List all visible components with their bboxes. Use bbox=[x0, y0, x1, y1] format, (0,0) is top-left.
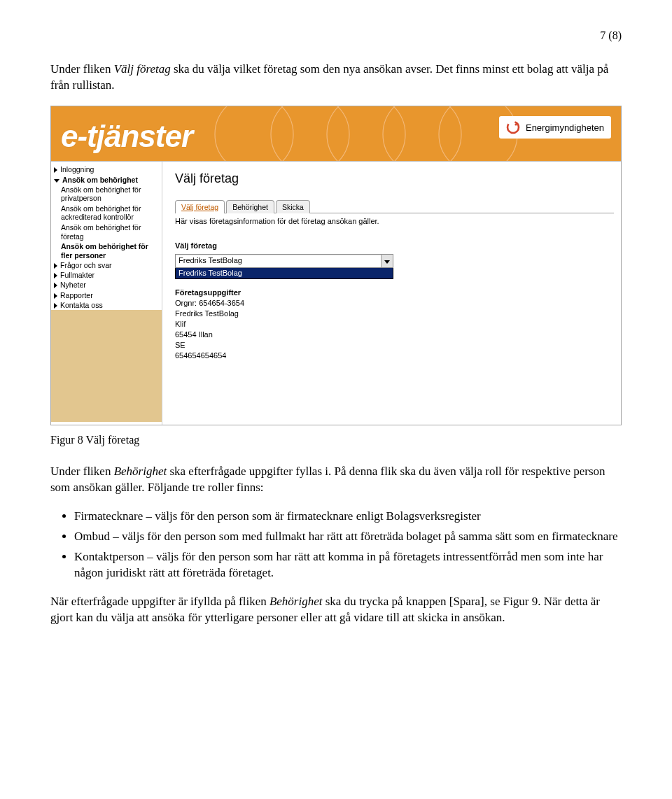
sidebar-item-inloggning[interactable]: Inloggning bbox=[51, 164, 162, 174]
paragraph-3: När efterfrågade uppgifter är ifyllda på… bbox=[50, 594, 622, 626]
company-select-option[interactable]: Fredriks TestBolag bbox=[176, 267, 393, 279]
tab-name-ref: Behörighet bbox=[114, 465, 167, 478]
svg-point-2 bbox=[327, 106, 405, 162]
decorative-circles bbox=[205, 106, 527, 162]
sidebar-item-label: Ansök om behörighet bbox=[62, 176, 138, 184]
sidebar-item-label: Fullmakter bbox=[60, 271, 94, 279]
list-item: Firmatecknare – väljs för den person som… bbox=[74, 509, 622, 525]
chevron-right-icon bbox=[54, 273, 57, 278]
chevron-right-icon bbox=[54, 303, 57, 309]
sidebar-item-label: Nyheter bbox=[60, 281, 86, 289]
tab-behorighet[interactable]: Behörighet bbox=[226, 200, 274, 213]
page-title: Välj företag bbox=[175, 170, 614, 187]
tab-row: Välj företag Behörighet Skicka bbox=[175, 200, 614, 213]
chevron-right-icon bbox=[54, 283, 57, 288]
chevron-right-icon bbox=[54, 293, 57, 299]
sidebar-item-label: Inloggning bbox=[60, 165, 94, 174]
sidebar-item-fullmakter[interactable]: Fullmakter bbox=[51, 270, 162, 280]
paragraph-2: Under fliken Behörighet ska efterfrågade… bbox=[50, 464, 622, 496]
text: Under fliken bbox=[50, 62, 114, 76]
app-header: e-tjänster Energimyndigheten bbox=[51, 106, 621, 162]
main-panel: Välj företag Välj företag Behörighet Ski… bbox=[162, 162, 621, 424]
page-number: 7 (8) bbox=[50, 28, 622, 43]
brand-swirl-icon bbox=[506, 120, 520, 134]
country: SE bbox=[175, 341, 186, 349]
sidebar-item-privatperson[interactable]: Ansök om behörighet för privatperson bbox=[51, 185, 162, 204]
tab-valj-foretag[interactable]: Välj företag bbox=[175, 200, 225, 213]
svg-point-3 bbox=[383, 106, 461, 162]
sidebar-item-fler-personer[interactable]: Ansök om behörighet för fler personer bbox=[51, 241, 162, 260]
app-wordmark: e-tjänster bbox=[61, 115, 192, 157]
tab-name-ref: Behörighet bbox=[270, 595, 323, 608]
brand-name: Energimyndigheten bbox=[526, 122, 604, 134]
sidebar-item-kontrollor[interactable]: Ansök om behörighet för ackrediterad kon… bbox=[51, 204, 162, 222]
tab-name-ref: Välj företag bbox=[114, 62, 171, 76]
svg-point-1 bbox=[271, 106, 349, 162]
sidebar-item-label: Ansök om behörighet för privatperson bbox=[61, 185, 158, 203]
sidebar-item-label: Ansök om behörighet för företag bbox=[61, 223, 158, 241]
roles-list: Firmatecknare – väljs för den person som… bbox=[50, 509, 622, 581]
sidebar-item-foretag[interactable]: Ansök om behörighet för företag bbox=[51, 222, 162, 241]
sidebar-item-label: Rapporter bbox=[60, 291, 93, 299]
phone: 654654654654 bbox=[175, 351, 226, 360]
dropdown-button[interactable] bbox=[381, 255, 393, 267]
tab-description: Här visas företagsinformation för det fö… bbox=[175, 216, 614, 227]
chevron-down-icon bbox=[54, 179, 59, 183]
company-select-label: Välj företag bbox=[175, 241, 614, 251]
sidebar-item-rapporter[interactable]: Rapporter bbox=[51, 290, 162, 300]
company-select[interactable]: Fredriks TestBolag bbox=[175, 254, 393, 268]
paragraph-1: Under fliken Välj företag ska du välja v… bbox=[50, 62, 622, 94]
figure-caption: Figur 8 Välj företag bbox=[50, 432, 622, 448]
text: När efterfrågade uppgifter är ifyllda på… bbox=[50, 595, 270, 608]
list-item: Kontaktperson – väljs för den person som… bbox=[74, 549, 622, 581]
sidebar-item-label: Kontakta oss bbox=[60, 301, 103, 309]
list-item: Ombud – väljs för den person som med ful… bbox=[74, 529, 622, 545]
chevron-right-icon bbox=[54, 167, 57, 173]
screenshot-figure: e-tjänster Energimyndigheten Inloggning … bbox=[50, 106, 622, 425]
sidebar: Inloggning Ansök om behörighet Ansök om … bbox=[51, 162, 162, 424]
orgnr-value: 654654-3654 bbox=[199, 299, 244, 307]
svg-point-5 bbox=[507, 122, 519, 133]
details-heading: Företagsuppgifter bbox=[175, 288, 241, 297]
orgnr-label: Orgnr: bbox=[175, 299, 199, 307]
svg-point-6 bbox=[514, 124, 517, 126]
company-name: Fredriks TestBolag bbox=[175, 309, 239, 318]
company-select-popup: Fredriks TestBolag bbox=[175, 267, 393, 280]
brand-badge: Energimyndigheten bbox=[499, 116, 611, 139]
svg-point-0 bbox=[215, 106, 293, 162]
sidebar-item-kontakta[interactable]: Kontakta oss bbox=[51, 300, 162, 310]
addr-line1: Klif bbox=[175, 320, 186, 328]
sidebar-spacer bbox=[51, 310, 162, 422]
sidebar-item-nyheter[interactable]: Nyheter bbox=[51, 280, 162, 290]
text: Under fliken bbox=[50, 465, 114, 478]
sidebar-item-ansok-behorighet[interactable]: Ansök om behörighet bbox=[51, 175, 162, 185]
tab-skicka[interactable]: Skicka bbox=[276, 200, 310, 213]
company-details: Företagsuppgifter Orgnr: 654654-3654 Fre… bbox=[175, 288, 614, 360]
chevron-down-icon bbox=[384, 260, 390, 264]
sidebar-item-label: Ansök om behörighet för fler personer bbox=[61, 242, 158, 260]
sidebar-item-label: Ansök om behörighet för ackrediterad kon… bbox=[61, 204, 158, 222]
sidebar-item-label: Frågor och svar bbox=[60, 261, 112, 269]
sidebar-item-fragor[interactable]: Frågor och svar bbox=[51, 260, 162, 270]
addr-line2: 65454 Illan bbox=[175, 330, 213, 339]
company-select-value: Fredriks TestBolag bbox=[176, 255, 381, 266]
chevron-right-icon bbox=[54, 263, 57, 269]
